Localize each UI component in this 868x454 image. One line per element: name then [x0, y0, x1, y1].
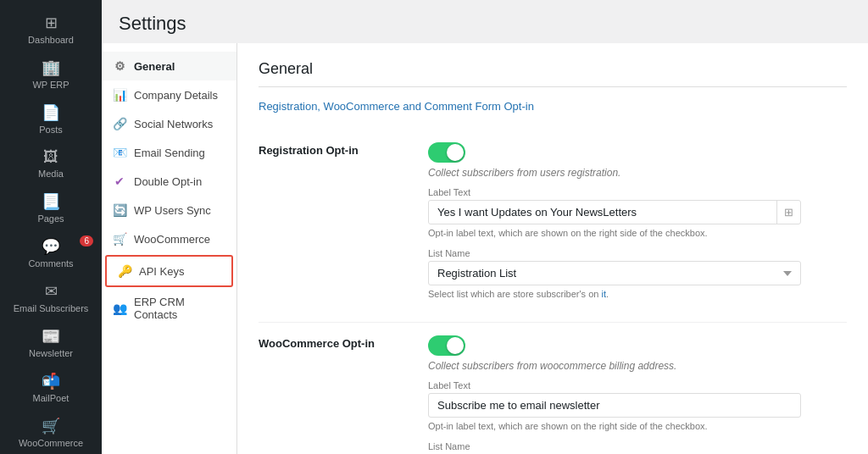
sidebar-item-pages[interactable]: 📃 Pages [0, 185, 102, 230]
woocommerce-toggle-wrapper [428, 335, 847, 356]
posts-icon: 📄 [42, 103, 60, 122]
company-details-icon: 📊 [112, 87, 127, 102]
settings-nav-company-details[interactable]: 📊 Company Details [102, 80, 236, 109]
comments-icon: 💬 [42, 237, 60, 256]
registration-opt-in-label: Registration Opt-in [259, 142, 428, 157]
registration-label-text-input-wrapper: ⊞ [428, 200, 801, 224]
sidebar-item-media[interactable]: 🖼 Media [0, 141, 102, 185]
woocommerce-opt-in-controls: Collect subscribers from woocommerce bil… [428, 335, 847, 454]
erp-crm-icon: 👥 [112, 301, 127, 316]
social-networks-icon: 🔗 [112, 116, 127, 131]
media-icon: 🖼 [43, 148, 58, 166]
main-wrapper: Settings ⚙ General 📊 Company Details 🔗 S… [102, 0, 868, 454]
wp-users-sync-icon: 🔄 [112, 202, 127, 218]
general-icon: ⚙ [112, 58, 127, 74]
sidebar-item-comments[interactable]: 💬 Comments 6 [0, 230, 102, 275]
registration-label-text-group: Label Text ⊞ Opt-in label text, which ar… [428, 187, 847, 238]
registration-description: Collect subscribers from users registrat… [428, 167, 847, 179]
registration-opt-in-controls: Collect subscribers from users registrat… [428, 142, 847, 309]
email-subscribers-icon: ✉ [45, 282, 58, 301]
double-opt-in-icon: ✔ [112, 174, 127, 189]
settings-nav-woocommerce[interactable]: 🛒 WooCommerce [102, 224, 236, 253]
settings-nav-social-networks[interactable]: 🔗 Social Networks [102, 109, 236, 138]
woocommerce-label-text-input[interactable] [428, 393, 801, 418]
sidebar-menu: ⊞ Dashboard 🏢 WP ERP 📄 Posts 🖼 Media 📃 P… [0, 0, 102, 454]
email-sending-icon: 📧 [112, 145, 127, 160]
mailpoet-icon: 📬 [42, 372, 60, 390]
woocommerce-toggle[interactable] [428, 335, 465, 356]
woocommerce-opt-in-label: WooCommerce Opt-in [259, 335, 428, 350]
settings-content: General Registration, WooCommerce and Co… [237, 43, 868, 454]
settings-sidebar: ⚙ General 📊 Company Details 🔗 Social Net… [102, 43, 237, 454]
text-input-copy-icon: ⊞ [776, 201, 800, 224]
registration-label-text-input[interactable] [429, 201, 776, 224]
registration-label-text-hint: Opt-in label text, which are shown on th… [428, 228, 847, 238]
woocommerce-label-text-label: Label Text [428, 380, 847, 390]
sidebar-item-mailpoet[interactable]: 📬 MailPoet [0, 365, 102, 410]
registration-list-name-hint: Select list which are store subscriber's… [428, 289, 847, 299]
settings-nav-general[interactable]: ⚙ General [102, 52, 236, 80]
settings-nav-wp-users-sync[interactable]: 🔄 WP Users Sync [102, 196, 236, 224]
registration-opt-in-row: Registration Opt-in Collect subscribers … [259, 130, 847, 323]
registration-list-name-group: List Name Registration List Select list … [428, 248, 847, 299]
registration-label-text-label: Label Text [428, 187, 847, 197]
wp-erp-icon: 🏢 [42, 58, 60, 77]
sidebar-item-dashboard[interactable]: ⊞ Dashboard [0, 7, 102, 52]
sidebar-item-dashboard-label: Dashboard [28, 35, 74, 45]
woocommerce-icon: 🛒 [42, 417, 60, 435]
sidebar-item-posts[interactable]: 📄 Posts [0, 97, 102, 141]
sidebar-item-woocommerce[interactable]: 🛒 WooCommerce [0, 410, 102, 454]
pages-icon: 📃 [42, 192, 60, 211]
registration-toggle-wrapper [428, 142, 847, 163]
sidebar-item-wp-erp[interactable]: 🏢 WP ERP [0, 52, 102, 97]
woocommerce-label-text-group: Label Text Opt-in label text, which are … [428, 380, 847, 431]
woocommerce-description: Collect subscribers from woocommerce bil… [428, 360, 847, 372]
registration-list-name-select[interactable]: Registration List [428, 261, 801, 285]
registration-list-name-label: List Name [428, 248, 847, 258]
sidebar-item-email-subscribers[interactable]: ✉ Email Subscribers [0, 275, 102, 320]
admin-sidebar: ⊞ Dashboard 🏢 WP ERP 📄 Posts 🖼 Media 📃 P… [0, 0, 102, 454]
comments-badge: 6 [80, 235, 93, 246]
woocommerce-nav-icon: 🛒 [112, 231, 127, 246]
newsletter-icon: 📰 [42, 327, 60, 346]
woocommerce-label-text-hint: Opt-in label text, which are shown on th… [428, 421, 847, 431]
settings-nav-double-opt-in[interactable]: ✔ Double Opt-in [102, 167, 236, 196]
registration-toggle[interactable] [428, 142, 465, 163]
woocommerce-opt-in-row: WooCommerce Opt-in Collect subscribers f… [259, 323, 847, 454]
breadcrumb-link[interactable]: Registration, WooCommerce and Comment Fo… [259, 100, 534, 113]
page-header: Settings [102, 0, 868, 43]
general-section-title: General [259, 60, 847, 87]
woocommerce-list-name-label: List Name [428, 441, 847, 451]
settings-nav-erp-crm[interactable]: 👥 ERP CRM Contacts [102, 289, 236, 328]
woocommerce-list-name-group: List Name Select Lists Select list which… [428, 441, 847, 454]
settings-nav-api-keys[interactable]: 🔑 API Keys [105, 255, 233, 287]
sidebar-item-newsletter[interactable]: 📰 Newsletter [0, 320, 102, 365]
settings-nav-email-sending[interactable]: 📧 Email Sending [102, 138, 236, 167]
breadcrumb-text: Registration, WooCommerce and Comment Fo… [259, 100, 847, 113]
api-keys-icon: 🔑 [117, 263, 132, 279]
dashboard-icon: ⊞ [45, 14, 58, 32]
registration-hint-link[interactable]: it [601, 289, 606, 299]
page-title: Settings [119, 13, 851, 35]
content-area: ⚙ General 📊 Company Details 🔗 Social Net… [102, 43, 868, 454]
